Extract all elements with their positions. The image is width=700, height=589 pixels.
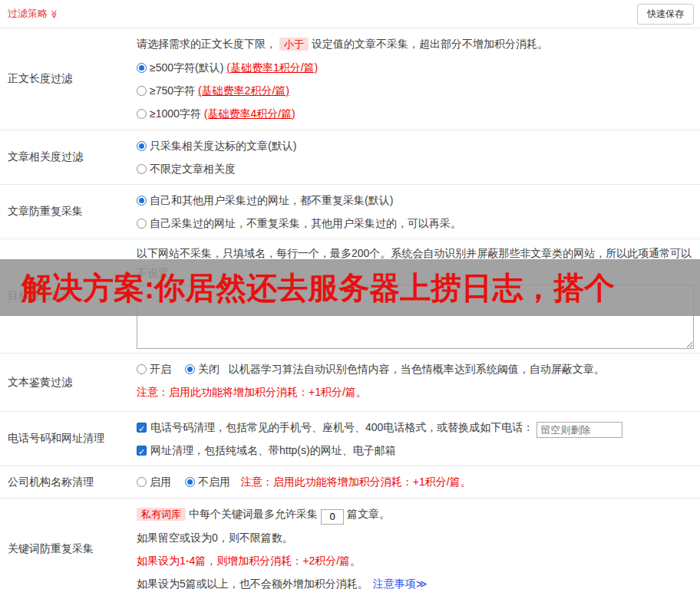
filter-strategy-page: 过滤策略 ≫ 快速保存 正文长度过滤 请选择需求的正文长度下限，小于设定值的文章…	[0, 0, 700, 589]
row-label-dedup: 文章防重复采集	[0, 185, 137, 239]
quick-save-button[interactable]: 快速保存	[637, 4, 694, 25]
row-company-clean: 公司机构名称清理 启用 不启用 注意：启用此功能将增加积分消耗：+1积分/篇。	[0, 466, 700, 499]
notes-link[interactable]: 注意事项≫	[373, 577, 428, 589]
company-clean-options: 启用 不启用 注意：启用此功能将增加积分消耗：+1积分/篇。	[137, 470, 694, 493]
checkbox-label: 电话号码清理，包括常见的手机号、座机号、400电话格式，或替换成如下电话：	[150, 421, 533, 433]
desc-text: 请选择需求的正文长度下限，	[137, 38, 276, 50]
radio-icon[interactable]	[137, 63, 147, 73]
radio-icon[interactable]	[137, 86, 147, 96]
checkbox-icon[interactable]	[137, 446, 147, 456]
watermark-overlay: 解决方案:你居然还去服务器上捞日志，搭个	[0, 259, 700, 316]
chevron-down-icon: ≫	[49, 9, 59, 18]
radio-option-1000[interactable]: ≥1000字符 (基础费率4积分/篇)	[137, 102, 694, 125]
keyword-dedup-line4: 如果设为5篇或以上，也不会额外增加积分消耗。注意事项≫	[137, 572, 694, 589]
keyword-dedup-content: 私有词库中每个关键词最多允许采集篇文章。 如果留空或设为0，则不限篇数。 如果设…	[137, 499, 700, 589]
keyword-dedup-cost-note: 如果设为1-4篇，则增加积分消耗：+2积分/篇。	[137, 549, 694, 572]
row-label-relevance: 文章相关度过滤	[0, 130, 137, 184]
row-relevance-filter: 文章相关度过滤 只采集相关度达标的文章(默认) 不限定文章相关度	[0, 130, 700, 185]
radio-label: 开启	[150, 363, 171, 375]
radio-icon[interactable]	[137, 196, 147, 206]
keyword-dedup-line1: 私有词库中每个关键词最多允许采集篇文章。	[137, 502, 694, 526]
row-porn-filter: 文本鉴黄过滤 开启 关闭 以机器学习算法自动识别色情内容，当色情概率达到系统阈值…	[0, 354, 700, 412]
company-clean-cost-note: 注意：启用此功能将增加积分消耗：+1积分/篇。	[241, 475, 471, 488]
row-body-length-filter: 正文长度过滤 请选择需求的正文长度下限，小于设定值的文章不采集，超出部分不增加积…	[0, 28, 700, 130]
company-clean-content: 启用 不启用 注意：启用此功能将增加积分消耗：+1积分/篇。	[137, 466, 700, 498]
highlight-chip-less-than: 小于	[279, 38, 309, 51]
row-label-phone-url: 电话号码和网址清理	[0, 412, 137, 466]
radio-option-porn-off[interactable]: 关闭	[185, 363, 220, 375]
radio-icon[interactable]	[137, 109, 147, 119]
radio-icon[interactable]	[185, 364, 195, 374]
row-label-porn-filter: 文本鉴黄过滤	[0, 354, 137, 411]
desc-text: 设定值的文章不采集，超出部分不增加积分消耗。	[312, 38, 548, 50]
row-label-body-length: 正文长度过滤	[0, 28, 137, 130]
radio-label: 不启用	[198, 475, 230, 488]
radio-icon[interactable]	[137, 477, 147, 487]
radio-option-dedup-self[interactable]: 自己采集过的网址，不重复采集，其他用户采集过的，可以再采。	[137, 212, 694, 235]
relevance-content: 只采集相关度达标的文章(默认) 不限定文章相关度	[137, 130, 700, 184]
radio-option-dedup-all[interactable]: 自己和其他用户采集过的网址，都不重复采集(默认)	[137, 189, 694, 212]
row-label-keyword-dedup: 关键词防重复采集	[0, 499, 137, 589]
radio-label: 关闭	[198, 363, 220, 375]
radio-option-relevance-yes[interactable]: 只采集相关度达标的文章(默认)	[137, 134, 694, 157]
radio-icon[interactable]	[185, 477, 195, 487]
checkbox-icon[interactable]	[137, 423, 147, 433]
watermark-text: 解决方案:你居然还去服务器上捞日志，搭个	[21, 267, 615, 309]
radio-label: ≥750字符	[150, 84, 195, 97]
keyword-dedup-line1-suffix: 篇文章。	[347, 508, 390, 520]
radio-icon[interactable]	[137, 219, 147, 229]
radio-label: ≥1000字符	[150, 107, 201, 120]
porn-filter-options: 开启 关闭 以机器学习算法自动识别色情内容，当色情概率达到系统阈值，自动屏蔽文章…	[137, 357, 694, 380]
row-dedup-collect: 文章防重复采集 自己和其他用户采集过的网址，都不重复采集(默认) 自己采集过的网…	[0, 185, 700, 239]
checkbox-label: 网址清理，包括纯域名、带http(s)的网址、电子邮箱	[150, 444, 396, 456]
checkbox-option-phone-clean[interactable]: 电话号码清理，包括常见的手机号、座机号、400电话格式，或替换成如下电话：	[137, 416, 694, 439]
keyword-dedup-line4-text: 如果设为5篇或以上，也不会额外增加积分消耗。	[137, 577, 368, 589]
keyword-dedup-line2: 如果留空或设为0，则不限篇数。	[137, 526, 694, 549]
radio-label: 启用	[150, 475, 171, 488]
page-title-text: 过滤策略	[8, 7, 48, 21]
rate-note: (基础费率4积分/篇)	[204, 107, 296, 120]
radio-option-500[interactable]: ≥500字符(默认) (基础费率1积分/篇)	[137, 56, 694, 79]
radio-icon[interactable]	[137, 164, 147, 174]
rate-note: (基础费率2积分/篇)	[198, 84, 289, 97]
max-articles-input[interactable]	[321, 509, 344, 525]
radio-option-porn-on[interactable]: 开启	[137, 363, 171, 375]
radio-icon[interactable]	[137, 141, 147, 151]
radio-label: ≥500字符(默认)	[150, 61, 223, 74]
row-label-company-clean: 公司机构名称清理	[0, 466, 137, 498]
radio-icon[interactable]	[137, 364, 147, 374]
porn-filter-desc: 以机器学习算法自动识别色情内容，当色情概率达到系统阈值，自动屏蔽文章。	[229, 363, 605, 375]
highlight-chip-private-lexicon: 私有词库	[137, 508, 186, 521]
header-bar: 过滤策略 ≫ 快速保存	[0, 0, 700, 28]
rate-note: (基础费率1积分/篇)	[226, 61, 318, 74]
radio-option-company-off[interactable]: 不启用	[185, 475, 230, 488]
radio-label: 只采集相关度达标的文章(默认)	[150, 140, 296, 152]
radio-option-relevance-no[interactable]: 不限定文章相关度	[137, 157, 694, 180]
body-length-content: 请选择需求的正文长度下限，小于设定值的文章不采集，超出部分不增加积分消耗。 ≥5…	[137, 28, 700, 130]
page-title: 过滤策略 ≫	[8, 7, 59, 21]
radio-option-750[interactable]: ≥750字符 (基础费率2积分/篇)	[137, 79, 694, 102]
checkbox-option-url-clean[interactable]: 网址清理，包括纯域名、带http(s)的网址、电子邮箱	[137, 439, 694, 462]
radio-label: 自己采集过的网址，不重复采集，其他用户采集过的，可以再采。	[150, 217, 461, 229]
keyword-dedup-line1-text: 中每个关键词最多允许采集	[189, 508, 318, 520]
porn-filter-content: 开启 关闭 以机器学习算法自动识别色情内容，当色情概率达到系统阈值，自动屏蔽文章…	[137, 354, 700, 411]
radio-label: 不限定文章相关度	[150, 163, 236, 175]
dedup-content: 自己和其他用户采集过的网址，都不重复采集(默认) 自己采集过的网址，不重复采集，…	[137, 185, 700, 239]
row-phone-url-clean: 电话号码和网址清理 电话号码清理，包括常见的手机号、座机号、400电话格式，或替…	[0, 412, 700, 466]
replacement-phone-input[interactable]	[537, 422, 622, 438]
phone-url-content: 电话号码清理，包括常见的手机号、座机号、400电话格式，或替换成如下电话： 网址…	[137, 412, 700, 466]
porn-filter-cost-note: 注意：启用此功能将增加积分消耗：+1积分/篇。	[137, 380, 694, 403]
radio-label: 自己和其他用户采集过的网址，都不重复采集(默认)	[150, 194, 393, 206]
body-length-desc: 请选择需求的正文长度下限，小于设定值的文章不采集，超出部分不增加积分消耗。	[137, 32, 694, 56]
radio-option-company-on[interactable]: 启用	[137, 475, 171, 488]
row-keyword-dedup: 关键词防重复采集 私有词库中每个关键词最多允许采集篇文章。 如果留空或设为0，则…	[0, 499, 700, 589]
